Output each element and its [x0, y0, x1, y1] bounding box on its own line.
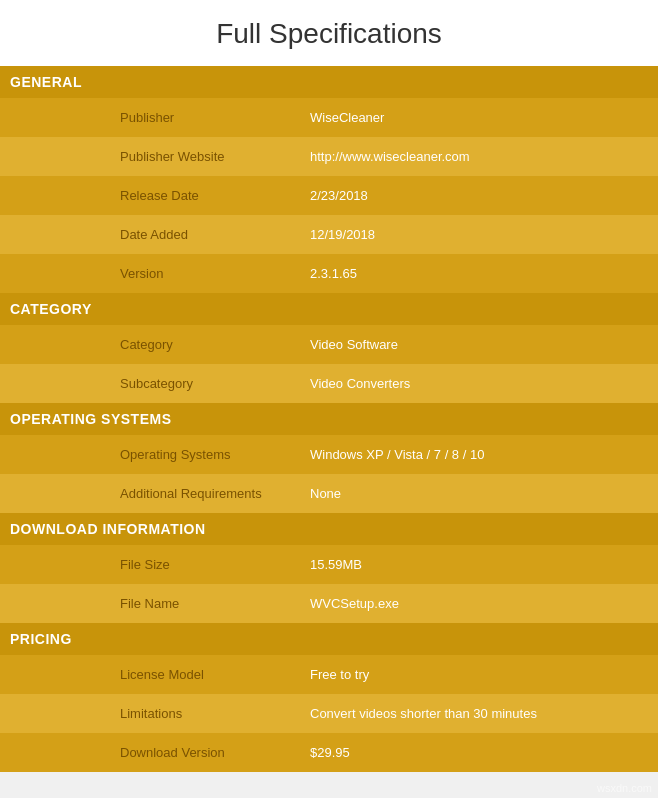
spec-value: 15.59MB [300, 545, 658, 584]
spec-value: None [300, 474, 658, 513]
spec-value: $29.95 [300, 733, 658, 772]
table-row: Version2.3.1.65 [0, 254, 658, 293]
spec-label: Limitations [0, 694, 300, 733]
table-row: Download Version$29.95 [0, 733, 658, 772]
spec-value: WiseCleaner [300, 98, 658, 137]
spec-value: 2.3.1.65 [300, 254, 658, 293]
spec-value: Video Software [300, 325, 658, 364]
table-row: Date Added12/19/2018 [0, 215, 658, 254]
spec-value: 2/23/2018 [300, 176, 658, 215]
spec-value: Video Converters [300, 364, 658, 403]
table-row: File Size15.59MB [0, 545, 658, 584]
table-row: Operating SystemsWindows XP / Vista / 7 … [0, 435, 658, 474]
spec-label: Subcategory [0, 364, 300, 403]
spec-label: License Model [0, 655, 300, 694]
spec-label: Additional Requirements [0, 474, 300, 513]
spec-label: Date Added [0, 215, 300, 254]
watermark: wsxdn.com [597, 782, 652, 794]
table-row: Release Date2/23/2018 [0, 176, 658, 215]
table-row: License ModelFree to try [0, 655, 658, 694]
spec-value: WVCSetup.exe [300, 584, 658, 623]
spec-value: Windows XP / Vista / 7 / 8 / 10 [300, 435, 658, 474]
section-header-0: GENERAL [0, 66, 658, 98]
spec-label: Download Version [0, 733, 300, 772]
section-header-1: CATEGORY [0, 293, 658, 325]
spec-label: Publisher [0, 98, 300, 137]
section-header-3: DOWNLOAD INFORMATION [0, 513, 658, 545]
table-row: SubcategoryVideo Converters [0, 364, 658, 403]
spec-value: http://www.wisecleaner.com [300, 137, 658, 176]
table-row: PublisherWiseCleaner [0, 98, 658, 137]
spec-label: Publisher Website [0, 137, 300, 176]
page-title: Full Specifications [0, 0, 658, 66]
spec-label: Category [0, 325, 300, 364]
spec-value: Free to try [300, 655, 658, 694]
section-header-4: PRICING [0, 623, 658, 655]
spec-label: File Size [0, 545, 300, 584]
spec-label: Version [0, 254, 300, 293]
section-header-2: OPERATING SYSTEMS [0, 403, 658, 435]
table-row: Publisher Websitehttp://www.wisecleaner.… [0, 137, 658, 176]
spec-label: Operating Systems [0, 435, 300, 474]
table-row: LimitationsConvert videos shorter than 3… [0, 694, 658, 733]
spec-value: Convert videos shorter than 30 minutes [300, 694, 658, 733]
spec-label: File Name [0, 584, 300, 623]
table-row: CategoryVideo Software [0, 325, 658, 364]
spec-label: Release Date [0, 176, 300, 215]
spec-value: 12/19/2018 [300, 215, 658, 254]
table-row: Additional RequirementsNone [0, 474, 658, 513]
table-row: File NameWVCSetup.exe [0, 584, 658, 623]
